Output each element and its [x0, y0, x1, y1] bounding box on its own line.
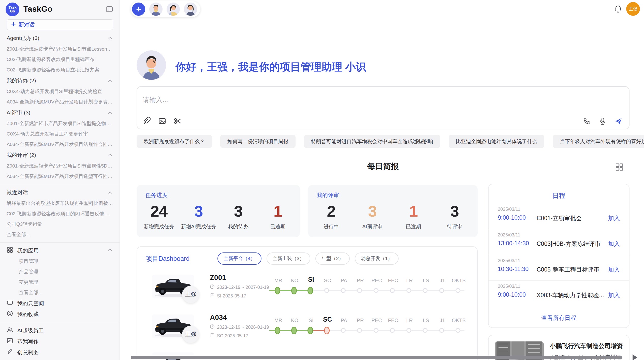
- apps-view-all-link[interactable]: 查看全部...: [0, 287, 120, 298]
- new-chat-button[interactable]: 新对话: [7, 19, 113, 30]
- recent-view-all-link[interactable]: 查看全部...: [0, 229, 120, 240]
- milestone-dot-PA: [341, 328, 346, 333]
- dashboard-tab[interactable]: 全新平台（4）: [217, 252, 261, 265]
- composer-input[interactable]: [143, 93, 575, 106]
- recent-chat-item[interactable]: 解释最新出台的欧盟报废车法规再生塑料比例被调至15%...: [0, 198, 120, 208]
- milestone-label-FEC: FEC: [384, 278, 402, 283]
- stat-label: 进行中: [311, 223, 352, 230]
- task-item[interactable]: Z001-全新燃油轻卡产品开发项目SI造型提交物评审: [0, 118, 120, 129]
- voice-call-icon[interactable]: [583, 117, 591, 125]
- milestone-track: MRKOSISCPAPRPECFECLRLSJ1OKTB: [269, 273, 470, 312]
- schedule-item: 2025/03/11 9:00-10:00 C001-立项审批会 加入: [489, 204, 629, 229]
- section-header-0[interactable]: Agent已办 (3): [0, 33, 120, 44]
- task-item[interactable]: A034-全新新能源MUV产品开发项目造型可行性评审: [0, 171, 120, 182]
- recent-chat-item[interactable]: 公司Q3轻卡销量: [0, 219, 120, 229]
- join-meeting-link[interactable]: 加入: [608, 240, 620, 248]
- recent-chat-item[interactable]: C02-飞腾新能源轻客改款项目的闭环通告反馈情况: [0, 208, 120, 219]
- stat-label: 新增AI完成任务: [179, 223, 218, 230]
- stat-value: 3: [434, 202, 475, 220]
- layout-grid-icon[interactable]: [615, 163, 624, 171]
- tool-pen-icon[interactable]: 创意制图: [0, 347, 120, 358]
- join-meeting-link[interactable]: 加入: [608, 291, 620, 299]
- suggestion-chip[interactable]: 如何写一份清晰的项目周报: [220, 135, 296, 148]
- view-all-schedule-link[interactable]: 查看所有日程: [489, 314, 629, 322]
- milestone-dot-LR: [406, 288, 411, 293]
- app-item[interactable]: 项目管理: [0, 256, 120, 266]
- app-item[interactable]: 变更管理: [0, 277, 120, 287]
- app-item[interactable]: 产品管理: [0, 266, 120, 277]
- suggestion-chip[interactable]: 特朗普可能对进口汽车增税会对中国车企造成哪些影响: [304, 135, 440, 148]
- composer-left-tools: [143, 117, 182, 125]
- send-icon[interactable]: [614, 117, 623, 125]
- schedule-title: 日程: [489, 191, 629, 200]
- sidebar-header: Task Go TaskGo: [0, 0, 120, 18]
- milestone-dot-PEC: [374, 328, 378, 333]
- scissors-icon[interactable]: [173, 117, 182, 125]
- task-item[interactable]: Z001-全新燃油轻卡产品开发项目SI节点属性5D文件评审: [0, 161, 120, 171]
- task-item[interactable]: A034-全新新能源MUV产品开发项目法规符合性评审: [0, 139, 120, 149]
- schedule-time: 13:00-14:30: [498, 240, 529, 247]
- tool-write-icon[interactable]: 帮我写作: [0, 336, 120, 347]
- image-icon[interactable]: [158, 117, 167, 125]
- project-flag-date: SI-2025-05-17: [210, 293, 246, 299]
- add-agent-button[interactable]: +: [132, 3, 145, 16]
- scroll-right-arrow-icon[interactable]: [633, 354, 637, 360]
- join-meeting-link[interactable]: 加入: [608, 266, 620, 274]
- join-meeting-link[interactable]: 加入: [608, 214, 620, 222]
- microphone-icon[interactable]: [598, 117, 607, 125]
- schedule-time: 9:00-10:00: [498, 214, 526, 221]
- dashboard-tab[interactable]: 动总开发（1）: [355, 252, 399, 265]
- tool-people-icon[interactable]: AI超级员工: [0, 325, 120, 336]
- section-header-2[interactable]: AI评审 (3): [0, 107, 120, 118]
- milestone-label-FEC: FEC: [384, 318, 402, 323]
- section-title: 我的待办 (2): [7, 77, 36, 84]
- task-item[interactable]: C0X4-动力总成开发项目SI里程碑提交物检查: [0, 86, 120, 97]
- grid-icon: [7, 247, 13, 254]
- notifications-bell-icon[interactable]: [613, 5, 623, 14]
- flag-icon: [210, 333, 215, 339]
- milestone-dot-SC: [324, 327, 330, 334]
- project-row[interactable]: 王强 Z001 2023-12-19 ~ 2027-01-19 SI-2025-…: [137, 273, 477, 312]
- milestone-dot-LS: [423, 288, 428, 293]
- attachment-icon[interactable]: [143, 117, 151, 125]
- task-item[interactable]: A034-全新新能源MUV产品开发项目计划变更表编写: [0, 97, 120, 107]
- stat-value: 24: [139, 202, 179, 220]
- task-item[interactable]: Z001-全新燃油皮卡产品开发项目SI节点Lesson Learn报告: [0, 44, 120, 54]
- section-header-1[interactable]: 我的待办 (2): [0, 75, 120, 86]
- schedule-item: 2025/03/11 13:00-14:30 C003|H0B-方案冻结评审 加…: [489, 229, 629, 255]
- task-item[interactable]: C02-飞腾新能源轻客改款项目立项汇报方案: [0, 65, 120, 75]
- suggestion-chip[interactable]: 比亚迪全固态电池计划具体说了什么: [449, 135, 544, 148]
- agent-avatar-3[interactable]: [184, 3, 197, 16]
- milestone-label-PA: PA: [335, 318, 353, 323]
- dashboard-tab[interactable]: 年型（2）: [315, 252, 350, 265]
- schedule-list: 2025/03/11 9:00-10:00 C001-立项审批会 加入 2025…: [489, 204, 629, 306]
- project-row[interactable]: 王强 A034 2023-12-19 ~ 2026-01-19 SC-2025-…: [137, 312, 477, 352]
- suggestion-chip[interactable]: 欧洲新规最近颁布了什么？: [137, 135, 212, 148]
- recent-chats-header[interactable]: 最近对话: [0, 187, 120, 198]
- milestone-dot-OKTB: [456, 328, 460, 333]
- stat-value: 3: [352, 202, 393, 220]
- new-chat-label: 新对话: [19, 21, 35, 28]
- task-item[interactable]: C02-飞腾新能源轻客改款项目里程碑画布: [0, 54, 120, 65]
- clock-icon: [210, 324, 215, 330]
- stat-value: 3: [179, 202, 218, 220]
- taskgo-logo: Task Go: [6, 3, 19, 16]
- section-header-3[interactable]: 我的评审 (2): [0, 149, 120, 161]
- my-favorites-row[interactable]: 我的收藏: [0, 309, 120, 320]
- milestone-dot-J1: [439, 328, 444, 333]
- dashboard-tab[interactable]: 全新上装（3）: [267, 252, 311, 265]
- my-cloud-label: 我的云空间: [17, 300, 44, 307]
- schedule-date: 2025/03/11: [498, 284, 520, 289]
- milestone-label-SI: SI: [302, 318, 320, 323]
- collapse-sidebar-icon[interactable]: [105, 5, 113, 13]
- task-item[interactable]: C0X4-动力总成开发项目工程变更评审: [0, 129, 120, 139]
- tool-label: 创意制图: [17, 349, 39, 356]
- agent-avatar-1[interactable]: [149, 3, 163, 16]
- user-avatar[interactable]: 王强: [626, 2, 640, 16]
- tool-label: AI超级员工: [17, 327, 44, 334]
- my-apps-row[interactable]: 我的应用: [0, 245, 120, 256]
- agent-avatar-2[interactable]: [167, 3, 180, 16]
- suggestion-chip[interactable]: 当下年轻人对汽车外观有怎样的喜好趋势: [553, 135, 644, 148]
- my-cloud-row[interactable]: 我的云空间: [0, 298, 120, 309]
- horizontal-scrollbar-thumb[interactable]: [131, 356, 622, 359]
